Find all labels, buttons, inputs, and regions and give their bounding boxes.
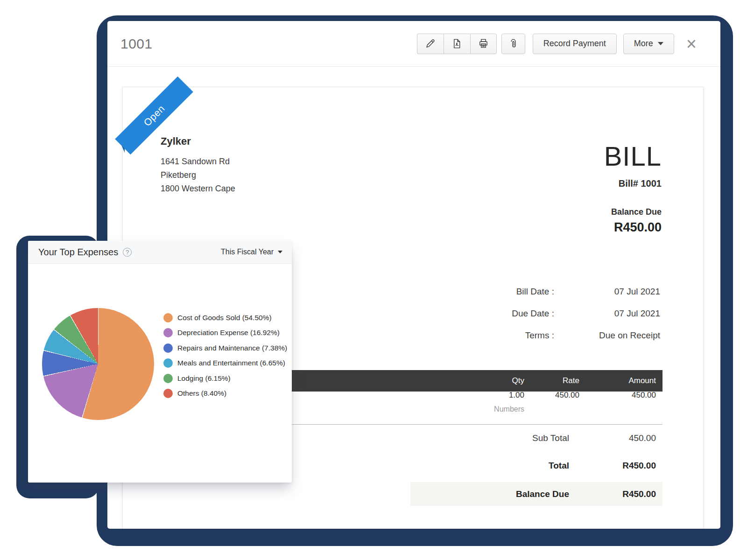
address-line: 1800 Western Cape	[161, 182, 235, 196]
vendor-name: Zylker	[161, 135, 235, 147]
expenses-card-header: Your Top Expenses ? This Fiscal Year	[28, 241, 292, 264]
edit-pencil-icon	[425, 38, 436, 49]
legend-item: Depreciation Expense (16.92%)	[163, 328, 287, 337]
legend-color-dot	[163, 313, 173, 322]
legend-color-dot	[163, 389, 173, 398]
balance-row-value: R450.00	[569, 489, 656, 499]
detail-value: Due on Receipt	[554, 330, 660, 341]
document-meta-block: BILL Bill# 1001 Balance Due R450.00	[604, 142, 662, 235]
paperclip-icon	[508, 38, 519, 49]
detail-label: Terms :	[414, 330, 554, 341]
address-line: Piketberg	[161, 168, 235, 182]
bill-number: Bill# 1001	[604, 178, 662, 189]
legend-label: Others (8.40%)	[177, 389, 226, 398]
item-qty: 1.00	[468, 391, 524, 400]
address-line: 1641 Sandown Rd	[161, 155, 235, 168]
legend-color-dot	[163, 328, 173, 337]
toolbar-button-group	[417, 34, 497, 54]
more-label: More	[634, 39, 653, 49]
toolbar: Record Payment More ×	[417, 34, 698, 54]
expenses-card-title: Your Top Expenses	[38, 247, 118, 258]
period-selector-label: This Fiscal Year	[221, 248, 274, 256]
legend-color-dot	[163, 374, 173, 383]
balance-due-amount: R450.00	[604, 220, 662, 235]
legend-item: Cost of Goods Sold (54.50%)	[163, 313, 287, 322]
chevron-down-icon	[278, 251, 282, 253]
legend-color-dot	[163, 358, 173, 368]
detail-value: 07 Jul 2021	[554, 308, 660, 319]
detail-row: Due Date : 07 Jul 2021	[414, 302, 660, 324]
balance-due-label: Balance Due	[604, 207, 662, 217]
legend-label: Lodging (6.15%)	[177, 374, 231, 383]
detail-label: Bill Date :	[414, 287, 554, 297]
pie-legend: Cost of Goods Sold (54.50%) Depreciation…	[163, 313, 287, 404]
detail-value: 07 Jul 2021	[554, 287, 660, 297]
legend-label: Cost of Goods Sold (54.50%)	[177, 314, 272, 322]
legend-label: Meals and Entertainment (6.65%)	[177, 359, 285, 367]
column-header-qty: Qty	[468, 376, 524, 385]
more-caret-icon	[658, 42, 663, 45]
bill-details-block: Bill Date : 07 Jul 2021 Due Date : 07 Ju…	[414, 280, 660, 346]
item-unit: Numbers	[468, 405, 524, 413]
printer-icon	[478, 38, 489, 49]
balance-row-label: Balance Due	[410, 489, 569, 499]
legend-item: Lodging (6.15%)	[163, 374, 287, 383]
help-icon[interactable]: ?	[123, 248, 132, 257]
close-icon[interactable]: ×	[684, 35, 698, 53]
detail-row: Bill Date : 07 Jul 2021	[414, 280, 660, 302]
legend-item: Others (8.40%)	[163, 389, 287, 398]
balance-due-row: Balance Due R450.00	[410, 482, 662, 506]
edit-button[interactable]	[417, 34, 444, 54]
subtotal-value: 450.00	[569, 433, 656, 443]
expenses-pie-chart[interactable]	[42, 308, 154, 420]
total-value: R450.00	[569, 461, 656, 471]
legend-label: Repairs and Maintenance (7.38%)	[177, 344, 287, 352]
vendor-address-block: Zylker 1641 Sandown Rd Piketberg 1800 We…	[161, 135, 235, 196]
pdf-file-icon	[451, 38, 462, 49]
legend-item: Meals and Entertainment (6.65%)	[163, 358, 287, 368]
legend-item: Repairs and Maintenance (7.38%)	[163, 343, 287, 353]
item-rate: 450.00	[524, 391, 579, 400]
item-amount: 450.00	[579, 391, 656, 400]
window-header: 1001	[107, 21, 720, 67]
bill-number-title: 1001	[120, 36, 153, 52]
column-header-amount: Amount	[579, 376, 656, 385]
page: 1001	[0, 0, 747, 560]
more-button[interactable]: More	[623, 34, 674, 54]
detail-label: Due Date :	[414, 308, 554, 319]
legend-color-dot	[163, 343, 173, 353]
record-payment-label: Record Payment	[543, 39, 606, 49]
document-type-heading: BILL	[604, 142, 662, 170]
period-selector[interactable]: This Fiscal Year	[221, 248, 282, 256]
status-ribbon: Open	[123, 87, 123, 88]
detail-row: Terms : Due on Receipt	[414, 324, 660, 346]
print-button[interactable]	[470, 34, 497, 54]
pdf-button[interactable]	[444, 34, 470, 54]
attach-button[interactable]	[501, 34, 525, 54]
legend-label: Depreciation Expense (16.92%)	[177, 329, 280, 337]
column-header-rate: Rate	[524, 376, 579, 385]
top-expenses-card: Your Top Expenses ? This Fiscal Year Cos…	[28, 241, 292, 483]
record-payment-button[interactable]: Record Payment	[533, 34, 617, 54]
